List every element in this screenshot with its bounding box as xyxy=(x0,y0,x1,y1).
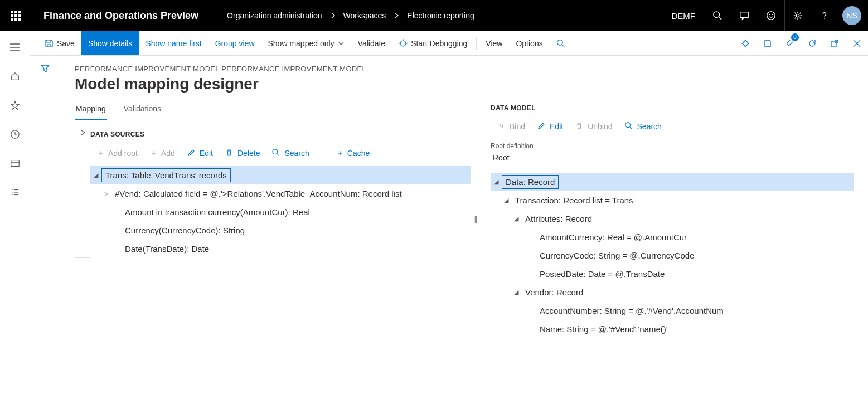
dm-search-button[interactable]: Search xyxy=(620,120,666,133)
view-label: View xyxy=(486,39,502,48)
chat-icon[interactable] xyxy=(731,0,758,31)
gear-icon[interactable] xyxy=(784,0,811,31)
diamond-icon[interactable] xyxy=(734,31,757,56)
root-definition-label: Root definition xyxy=(491,142,854,150)
add-button[interactable]: ＋Add xyxy=(146,146,180,160)
page-title: Model mapping designer xyxy=(75,75,854,93)
add-root-label: Add root xyxy=(108,149,138,158)
validate-button[interactable]: Validate xyxy=(351,31,392,55)
debug-icon xyxy=(399,39,408,48)
ds-node-label: Trans: Table 'VendTrans' records xyxy=(101,168,231,182)
ds-collapse-handle[interactable] xyxy=(75,126,90,258)
dm-heading: DATA MODEL xyxy=(491,104,854,112)
cache-button[interactable]: ＋Cache xyxy=(332,146,374,160)
svg-point-4 xyxy=(769,14,770,15)
search-icon xyxy=(272,149,281,158)
dm-node-transaction[interactable]: ◢ Transaction: Record list = Trans xyxy=(491,191,854,210)
show-name-first-button[interactable]: Show name first xyxy=(139,31,208,55)
book-icon[interactable] xyxy=(757,31,779,56)
ds-node-label: Amount in transaction currency(AmountCur… xyxy=(122,206,313,218)
avatar[interactable]: NS xyxy=(842,6,861,25)
ds-tree: ◢ Trans: Table 'VendTrans' records ▷ #Ve… xyxy=(90,166,471,258)
unbind-button[interactable]: Unbind xyxy=(571,120,617,133)
splitter-handle[interactable]: ‖ xyxy=(471,100,481,338)
attachments-button[interactable]: 0 xyxy=(779,31,801,56)
delete-button[interactable]: Delete xyxy=(221,147,264,160)
view-button[interactable]: View xyxy=(479,31,509,55)
recent-icon[interactable] xyxy=(2,124,28,145)
dm-node-label: PostedDate: Date = @.TransDate xyxy=(536,267,668,280)
dm-node-attributes[interactable]: ◢ Attributes: Record xyxy=(491,210,854,228)
save-button[interactable]: Save xyxy=(38,31,81,55)
options-label: Options xyxy=(516,39,542,48)
root-definition-field[interactable]: Root xyxy=(491,150,591,166)
show-mapped-only-label: Show mapped only xyxy=(268,39,334,48)
dm-node-data[interactable]: ◢ Data: Record xyxy=(491,173,854,191)
dm-node-accountnumber[interactable]: AccountNumber: String = @.'#Vend'.Accoun… xyxy=(491,301,854,320)
ribbon-search-button[interactable] xyxy=(550,31,572,55)
hamburger-icon[interactable] xyxy=(2,37,28,58)
chevron-right-icon xyxy=(394,13,399,18)
dm-node-label: AccountNumber: String = @.'#Vend'.Accoun… xyxy=(536,304,727,317)
collapse-icon[interactable]: ◢ xyxy=(511,289,522,296)
svg-point-18 xyxy=(11,194,12,196)
tab-mapping[interactable]: Mapping xyxy=(75,100,107,120)
dm-node-label: Name: String = @.'#Vend'.'name()' xyxy=(536,323,671,335)
list-icon[interactable] xyxy=(2,182,28,203)
filter-icon[interactable] xyxy=(40,64,50,399)
app-launcher-button[interactable] xyxy=(0,0,31,31)
ds-toolbar: ＋Add root ＋Add Edit Delete Search ＋Cache xyxy=(90,143,471,166)
company-code[interactable]: DEMF xyxy=(663,11,705,21)
ds-node-label: #Vend: Calculated field = @.'>Relations'… xyxy=(111,187,405,200)
star-icon[interactable] xyxy=(2,95,28,116)
refresh-icon[interactable] xyxy=(801,31,823,56)
dm-node-currencycode[interactable]: CurrencyCode: String = @.CurrencyCode xyxy=(491,246,854,265)
search-icon[interactable] xyxy=(704,0,731,31)
show-details-button[interactable]: Show details xyxy=(81,31,139,55)
help-icon[interactable] xyxy=(811,0,838,31)
waffle-icon xyxy=(11,11,21,21)
collapse-icon[interactable]: ◢ xyxy=(90,172,101,179)
bind-button[interactable]: Bind xyxy=(493,120,530,133)
show-mapped-only-dropdown[interactable]: Show mapped only xyxy=(261,31,351,55)
start-debugging-button[interactable]: Start Debugging xyxy=(392,31,474,55)
action-ribbon: Save Show details Show name first Group … xyxy=(30,31,868,56)
delete-label: Delete xyxy=(237,149,260,158)
collapse-icon[interactable]: ◢ xyxy=(491,178,502,186)
dm-node-label: Data: Record xyxy=(502,175,559,189)
svg-line-25 xyxy=(562,45,564,47)
plus-icon: ＋ xyxy=(97,148,105,158)
dm-edit-button[interactable]: Edit xyxy=(533,120,568,133)
save-icon xyxy=(45,39,54,48)
dm-node-amountcurrency[interactable]: AmountCurrency: Real = @.AmountCur xyxy=(491,228,854,246)
add-root-button[interactable]: ＋Add root xyxy=(93,146,142,160)
crumb-workspaces[interactable]: Workspaces xyxy=(343,11,386,20)
ds-node-trans[interactable]: ◢ Trans: Table 'VendTrans' records xyxy=(90,166,471,184)
edit-button[interactable]: Edit xyxy=(183,147,217,160)
tab-validations[interactable]: Validations xyxy=(123,100,162,120)
group-view-button[interactable]: Group view xyxy=(208,31,261,55)
topbar-right: DEMF NS xyxy=(663,0,869,31)
dm-node-name[interactable]: Name: String = @.'#Vend'.'name()' xyxy=(491,320,854,338)
module-icon[interactable] xyxy=(2,153,28,174)
dm-node-vendor[interactable]: ◢ Vendor: Record xyxy=(491,283,854,301)
popout-icon[interactable] xyxy=(823,31,846,56)
home-icon[interactable] xyxy=(2,66,28,87)
dm-node-posteddate[interactable]: PostedDate: Date = @.TransDate xyxy=(491,265,854,283)
cache-label: Cache xyxy=(347,149,370,158)
dm-search-label: Search xyxy=(637,122,662,131)
collapse-icon[interactable]: ◢ xyxy=(511,215,522,222)
crumb-org-admin[interactable]: Organization administration xyxy=(227,11,322,20)
ds-node-transdate[interactable]: Date(TransDate): Date xyxy=(90,240,471,258)
smiley-icon[interactable] xyxy=(758,0,784,31)
dm-tree: ◢ Data: Record ◢ Transaction: Record lis… xyxy=(491,173,854,338)
collapse-icon[interactable]: ◢ xyxy=(501,197,512,204)
expand-icon[interactable]: ▷ xyxy=(100,190,111,197)
options-button[interactable]: Options xyxy=(509,31,549,55)
ds-node-currencycode[interactable]: Currency(CurrencyCode): String xyxy=(90,221,471,240)
ds-node-vend[interactable]: ▷ #Vend: Calculated field = @.'>Relation… xyxy=(90,184,471,203)
close-icon[interactable] xyxy=(846,31,868,56)
ds-search-button[interactable]: Search xyxy=(268,147,313,160)
ds-node-amountcur[interactable]: Amount in transaction currency(AmountCur… xyxy=(90,203,471,221)
crumb-electronic-reporting[interactable]: Electronic reporting xyxy=(407,11,474,20)
